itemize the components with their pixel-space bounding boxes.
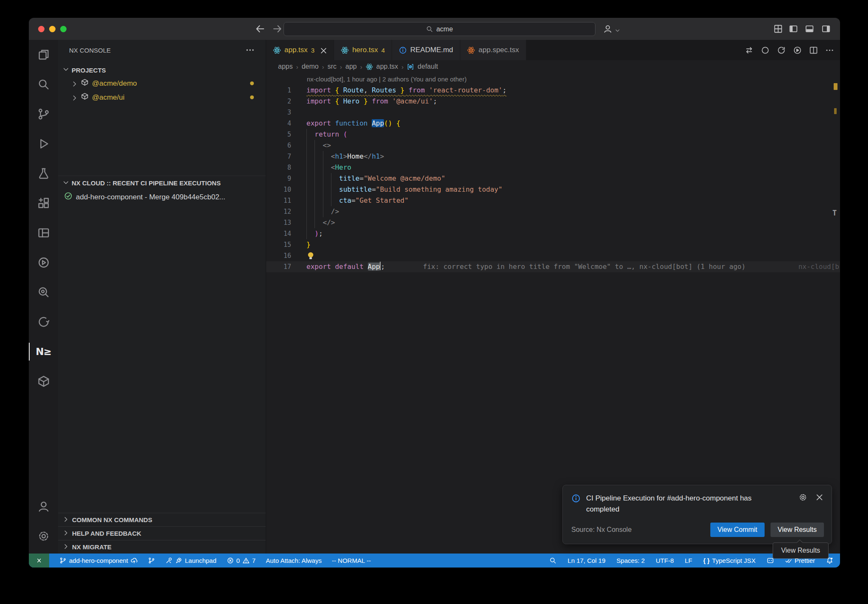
breadcrumb-item[interactable]: demo [302,63,319,70]
status-eol[interactable]: LF [685,557,693,564]
status-encoding[interactable]: UTF-8 [656,557,674,564]
sidebar-section-nx-migrate[interactable]: NX MIGRATE [58,540,266,554]
tab-app.spec.tsx[interactable]: app.spec.tsx [460,40,526,60]
toggle-secondary-sidebar-icon[interactable] [821,24,831,34]
breadcrumb-item[interactable]: app [345,63,357,70]
code-line-5[interactable]: 5return ( [266,129,840,140]
lightbulb-icon[interactable] [306,252,315,260]
code-editor[interactable]: nx-cloud[bot], 1 hour ago | 2 authors (Y… [266,74,840,554]
section-label: COMMON NX COMMANDS [72,516,152,523]
status-pipeline[interactable] [148,557,155,564]
code-line-15[interactable]: 15} [266,239,840,250]
maximize-window-button[interactable] [60,26,67,32]
breadcrumb-item[interactable]: src [328,63,337,70]
code-line-14[interactable]: 14); [266,228,840,239]
customize-layout-icon[interactable] [773,24,783,34]
nx-cloud-section-header[interactable]: NX CLOUD :: RECENT CI PIPELINE EXECUTION… [58,176,266,190]
activity-extensions[interactable] [29,188,58,218]
code-line-16[interactable]: 16 [266,250,840,261]
more-actions-icon[interactable] [825,46,834,55]
status-launchpad[interactable]: Launchpad [165,557,216,564]
code-line-13[interactable]: 13</> [266,217,840,228]
sidebar-more-actions-icon[interactable] [245,45,255,55]
breadcrumb[interactable]: apps›demo›src›app›app.tsx›default [266,60,840,73]
code-line-7[interactable]: 7<h1>Home</h1> [266,151,840,162]
activity-workspaces[interactable] [29,218,58,248]
projects-section-header[interactable]: PROJECTS [58,64,266,76]
sidebar-section-common-nx-commands[interactable]: COMMON NX COMMANDS [58,513,266,526]
line-number: 1 [266,85,291,96]
code-line-9[interactable]: 9title="Welcome @acme/demo" [266,173,840,184]
code-line-1[interactable]: 1import { Route, Routes } from 'react-ro… [266,85,840,96]
pipeline-execution-row[interactable]: add-hero-component - Merge 409b44e5cb02.… [58,190,266,204]
chevron-right-icon [62,516,70,524]
code-line-11[interactable]: 11cta="Get Started" [266,195,840,206]
breadcrumb-item[interactable]: app.tsx [376,63,398,70]
code-line-8[interactable]: 8<Hero [266,162,840,173]
notification-settings-icon[interactable] [798,493,807,502]
status-git-branch[interactable]: add-hero-component [59,557,138,564]
code-line-4[interactable]: 4export function App() { [266,118,840,129]
status-cursor-position[interactable]: Ln 17, Col 19 [568,557,605,564]
status-label: TypeScript JSX [712,557,756,564]
tab-README.md[interactable]: README.md [392,40,460,60]
view-commit-button[interactable]: View Commit [710,523,765,537]
minimize-window-button[interactable] [49,26,56,32]
pending-changes-icon[interactable] [761,46,770,55]
sidebar-section-help-and-feedback[interactable]: HELP AND FEEDBACK [58,526,266,540]
status-vim-mode[interactable]: -- NORMAL -- [332,557,371,564]
close-tab-icon[interactable] [320,47,327,54]
status-indentation[interactable]: Spaces: 2 [617,557,645,564]
back-icon[interactable] [255,23,266,34]
close-window-button[interactable] [38,26,45,32]
activity-settings[interactable] [29,521,58,551]
tab-problems-badge: 4 [381,47,385,54]
code-text: /> [306,206,339,217]
toggle-panel-icon[interactable] [805,24,814,34]
status-problems[interactable]: 07 [227,557,256,564]
split-editor-icon[interactable] [809,46,818,55]
line-number: 3 [266,107,291,118]
gitlens-authors-line[interactable]: nx-cloud[bot], 1 hour ago | 2 authors (Y… [266,74,840,85]
activity-run-debug[interactable] [29,129,58,159]
breadcrumb-item[interactable]: default [417,63,438,70]
code-line-17[interactable]: nx-cloud[b17export default App;fix: corr… [266,261,840,272]
run-file-icon[interactable] [793,46,802,55]
breadcrumb-item[interactable]: apps [278,63,293,70]
activity-search[interactable] [29,70,58,99]
status-auto-attach[interactable]: Auto Attach: Always [266,557,322,564]
activity-nx-console[interactable]: N≥ [29,337,58,366]
activity-source-control[interactable] [29,99,58,129]
tab-app.tsx[interactable]: app.tsx3 [266,40,334,60]
project-row[interactable]: @acme/demo [58,76,266,90]
activity-runner[interactable] [29,248,58,277]
forward-icon[interactable] [272,23,283,34]
code-line-10[interactable]: 10subtitle="Build something amazing toda… [266,184,840,195]
activity-accounts[interactable] [29,492,58,521]
code-text: } [306,239,311,250]
project-row[interactable]: @acme/ui [58,90,266,104]
status-zoom-indicator[interactable] [549,557,556,564]
braces-icon: { } [703,557,709,564]
code-line-3[interactable]: 3 [266,107,840,118]
code-line-12[interactable]: 12/> [266,206,840,217]
status-label: add-hero-component [69,557,128,564]
tab-hero.tsx[interactable]: hero.tsx4 [334,40,392,60]
activity-explorer[interactable] [29,40,58,70]
code-line-6[interactable]: 6<> [266,140,840,151]
activity-testing[interactable] [29,159,58,188]
activity-code-search[interactable] [29,277,58,307]
code-line-2[interactable]: 2import { Hero } from '@acme/ui'; [266,96,840,107]
command-center-search[interactable]: acme [284,22,595,36]
activity-nx-cloud[interactable] [29,307,58,337]
status-language-mode[interactable]: { }TypeScript JSX [703,557,755,564]
compare-changes-icon[interactable] [745,46,754,55]
notification-close-icon[interactable] [815,493,824,502]
activity-package[interactable] [29,366,58,396]
line-number: 4 [266,118,291,129]
account-menu-icon[interactable] [603,24,612,34]
sync-icon[interactable] [777,46,786,55]
view-results-button[interactable]: View Results [771,523,824,537]
status-remote-indicator[interactable] [29,554,49,568]
toggle-sidebar-icon[interactable] [789,24,798,34]
